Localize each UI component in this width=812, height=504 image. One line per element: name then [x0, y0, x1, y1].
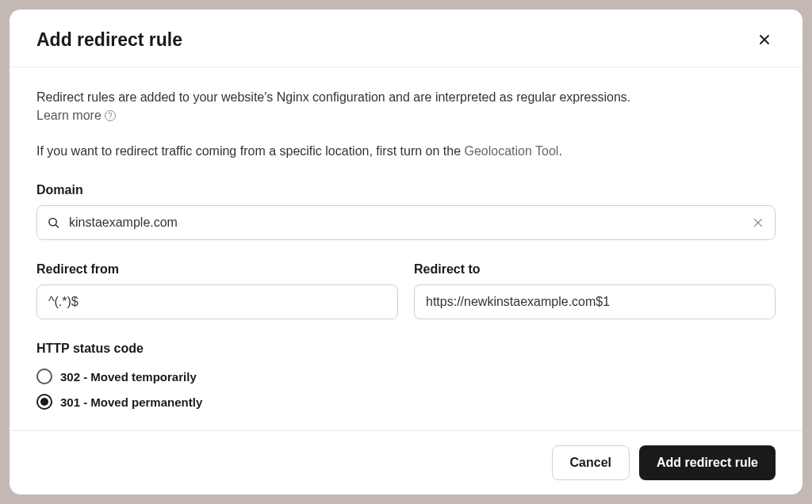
radio-circle-302 [36, 368, 52, 384]
geo-prefix: If you want to redirect traffic coming f… [36, 144, 465, 158]
radio-302[interactable]: 302 - Moved temporarily [36, 364, 776, 389]
svg-line-3 [56, 225, 58, 227]
redirect-to-input[interactable] [414, 284, 776, 319]
status-code-group: HTTP status code 302 - Moved temporarily… [36, 342, 776, 414]
geo-suffix: . [558, 144, 561, 158]
close-icon [758, 33, 771, 46]
modal-title: Add redirect rule [36, 29, 182, 51]
redirect-from-label: Redirect from [36, 262, 398, 277]
learn-more-link[interactable]: Learn more ? [36, 109, 116, 123]
domain-input[interactable] [36, 205, 776, 240]
geolocation-text: If you want to redirect traffic coming f… [36, 142, 776, 161]
radio-301[interactable]: 301 - Moved permanently [36, 389, 776, 414]
clear-icon [753, 217, 764, 228]
clear-domain-button[interactable] [750, 215, 766, 231]
redirect-from-input[interactable] [36, 284, 398, 319]
modal-body: Redirect rules are added to your website… [10, 67, 802, 430]
domain-group: Domain [36, 183, 776, 240]
add-redirect-rule-modal: Add redirect rule Redirect rules are add… [10, 10, 802, 494]
radio-circle-301 [36, 394, 52, 410]
cancel-button[interactable]: Cancel [552, 445, 630, 480]
domain-input-wrapper [36, 205, 776, 240]
geolocation-tool-link[interactable]: Geolocation Tool [465, 144, 559, 158]
redirect-columns: Redirect from Redirect to [36, 262, 776, 319]
description-text: Redirect rules are added to your website… [36, 88, 776, 107]
modal-header: Add redirect rule [10, 10, 802, 67]
domain-label: Domain [36, 183, 776, 197]
submit-button[interactable]: Add redirect rule [639, 445, 776, 480]
redirect-to-label: Redirect to [414, 262, 776, 277]
radio-label-302: 302 - Moved temporarily [60, 370, 197, 384]
help-icon: ? [105, 110, 116, 121]
learn-more-label: Learn more [36, 109, 102, 123]
modal-footer: Cancel Add redirect rule [10, 430, 802, 494]
redirect-from-group: Redirect from [36, 262, 398, 319]
status-code-label: HTTP status code [36, 342, 776, 356]
close-button[interactable] [753, 29, 776, 51]
status-code-radio-group: 302 - Moved temporarily 301 - Moved perm… [36, 364, 776, 414]
redirect-to-group: Redirect to [414, 262, 776, 319]
radio-label-301: 301 - Moved permanently [60, 395, 202, 409]
search-icon [48, 217, 59, 229]
